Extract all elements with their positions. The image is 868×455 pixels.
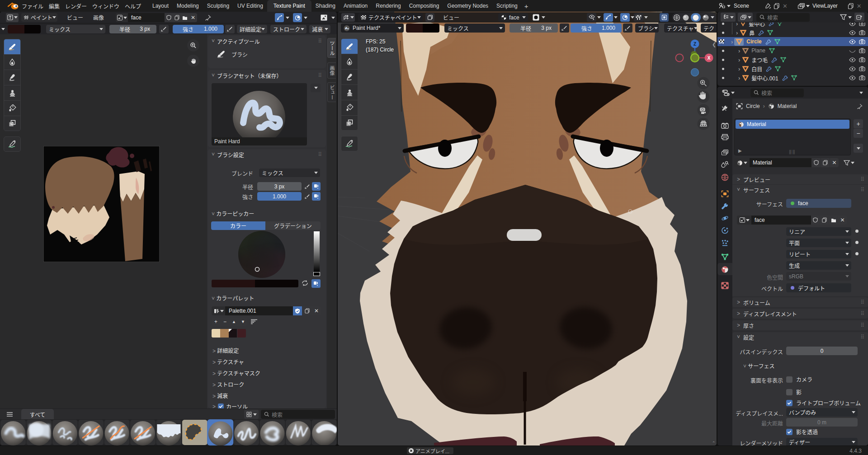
svg-text:X: X	[708, 56, 711, 61]
svg-text:Z: Z	[693, 42, 696, 47]
